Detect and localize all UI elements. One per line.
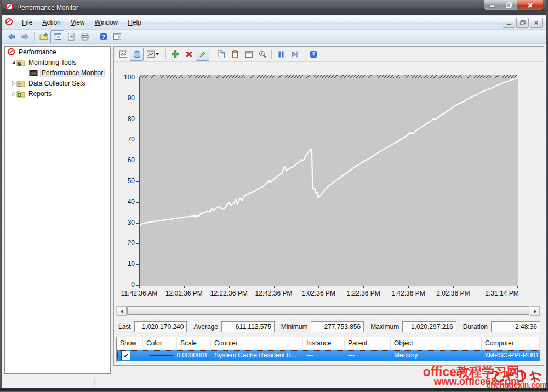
delete-counter-button[interactable]: [182, 48, 196, 61]
counter-cell: System Cache Resident B...: [211, 350, 303, 361]
column-header-show[interactable]: Show: [117, 337, 143, 349]
copy-properties-button[interactable]: [214, 48, 228, 61]
y-axis-tick: [136, 181, 139, 182]
scroll-right-button[interactable]: [530, 306, 540, 316]
x-axis-tick: [408, 286, 409, 288]
color-cell: [143, 350, 177, 361]
forward-button[interactable]: [18, 30, 32, 43]
performance-monitor-pane: ? 010203040506070809010011:42:36 AM12:02…: [113, 46, 544, 366]
y-axis-tick: [136, 78, 139, 78]
x-axis-tick: [274, 286, 275, 288]
column-header-scale[interactable]: Scale: [177, 337, 211, 349]
console-tree: Performance Monitoring Tools Performanc: [4, 46, 111, 374]
column-header-object[interactable]: Object: [391, 337, 482, 349]
freeze-display-button[interactable]: [274, 48, 288, 61]
tree-item-monitoring-tools[interactable]: Monitoring Tools: [5, 57, 110, 67]
average-label: Average: [193, 323, 218, 331]
mdi-minimize-button[interactable]: [503, 18, 515, 28]
x-axis-label: 2:02:36 PM: [426, 289, 481, 297]
paste-counter-list-button[interactable]: [228, 48, 242, 61]
duration-value: 2:48:36: [491, 321, 540, 332]
counter-row-selected[interactable]: 0.0000001 System Cache Resident B... ---…: [117, 350, 540, 361]
chart-plot[interactable]: [139, 78, 518, 286]
y-axis-label: 30: [117, 219, 135, 226]
menu-file[interactable]: File: [17, 17, 37, 28]
chevron-down-icon[interactable]: [156, 53, 159, 55]
svg-text:?: ?: [311, 52, 315, 58]
update-data-button[interactable]: [288, 48, 301, 61]
y-axis-tick: [136, 243, 139, 244]
svg-text:?: ?: [101, 34, 105, 40]
menu-window[interactable]: Window: [90, 17, 123, 28]
x-axis-tick: [318, 286, 319, 288]
tree-collapsed-arrow-icon[interactable]: [10, 81, 16, 86]
maximum-label: Maximum: [370, 323, 399, 331]
export-list-button[interactable]: [37, 30, 50, 43]
window-border-right: [546, 0, 548, 392]
highlight-button[interactable]: [196, 48, 209, 61]
tree-item-data-collector-sets[interactable]: Data Collector Sets: [5, 78, 110, 88]
column-header-parent[interactable]: Parent: [345, 337, 391, 349]
view-log-data-button[interactable]: [130, 48, 144, 61]
show-hide-console-tree-button[interactable]: [50, 30, 64, 43]
mdi-close-button[interactable]: [530, 18, 543, 28]
counter-line-chart: [140, 78, 518, 286]
y-axis-label: 90: [117, 94, 135, 102]
window-title: Performance Monitor: [17, 4, 78, 12]
add-counter-button[interactable]: [168, 48, 182, 61]
view-current-activity-button[interactable]: [116, 48, 130, 61]
tree-item-label: Monitoring Tools: [27, 59, 77, 66]
scroll-left-button[interactable]: [117, 306, 127, 316]
y-axis-label: 80: [117, 115, 135, 123]
back-button[interactable]: [4, 30, 18, 43]
console-toolbar: ?: [2, 30, 546, 44]
instance-cell: ---: [303, 350, 345, 361]
title-bar[interactable]: Performance Monitor: [0, 0, 548, 16]
console-window: File Action View Window Help: [2, 15, 546, 388]
mdi-restore-button[interactable]: [516, 18, 529, 28]
change-graph-type-button[interactable]: [144, 48, 163, 61]
minimize-button[interactable]: [484, 0, 501, 10]
parent-cell: ---: [345, 350, 391, 361]
zoom-button[interactable]: [255, 48, 269, 61]
last-label: Last: [118, 323, 131, 331]
tree-item-label: Performance: [18, 48, 58, 56]
show-hide-action-pane-button[interactable]: [110, 30, 124, 43]
x-axis-tick: [517, 286, 518, 288]
time-range-scrollbar[interactable]: [116, 306, 540, 315]
column-header-color[interactable]: Color: [143, 337, 177, 349]
column-header-computer[interactable]: Computer: [482, 337, 540, 349]
close-button[interactable]: [517, 0, 543, 10]
tree-collapsed-arrow-icon[interactable]: [10, 91, 16, 96]
tree-item-label-selected: Performance Monitor: [40, 69, 105, 77]
y-axis-tick: [136, 140, 139, 140]
properties-button[interactable]: [64, 30, 78, 43]
menu-help[interactable]: Help: [123, 17, 146, 28]
help-button[interactable]: ?: [96, 30, 110, 43]
triangle-left-icon: [121, 309, 123, 314]
show-checkbox[interactable]: [121, 351, 130, 360]
chart-properties-button[interactable]: [242, 48, 255, 61]
y-axis-label: 0: [117, 281, 135, 288]
toolbar-separator: [304, 49, 304, 59]
maximize-button[interactable]: [501, 0, 517, 10]
menu-bar: File Action View Window Help: [2, 16, 546, 30]
tree-item-performance[interactable]: Performance: [5, 47, 110, 57]
tree-item-reports[interactable]: Reports: [5, 88, 110, 99]
menu-action[interactable]: Action: [37, 17, 65, 28]
menu-view[interactable]: View: [66, 17, 90, 28]
legend-header-row: Show Color Scale Counter Instance Parent…: [117, 337, 540, 350]
tree-item-performance-monitor[interactable]: Performance Monitor: [5, 67, 110, 78]
last-value: 1,020,170,240: [134, 321, 187, 332]
tree-expanded-arrow-icon[interactable]: [10, 60, 16, 65]
print-button[interactable]: [78, 30, 92, 43]
computer-cell: \\MPSC-PPI-PH01: [482, 350, 540, 361]
y-axis-label: 100: [117, 73, 135, 81]
column-header-counter[interactable]: Counter: [211, 337, 303, 349]
column-header-instance[interactable]: Instance: [303, 337, 345, 349]
x-axis-tick: [363, 286, 364, 288]
average-value: 611,112,575: [221, 321, 275, 332]
y-axis-tick: [136, 161, 139, 161]
scrollbar-thumb[interactable]: [127, 306, 529, 315]
chart-help-button[interactable]: ?: [306, 48, 320, 61]
